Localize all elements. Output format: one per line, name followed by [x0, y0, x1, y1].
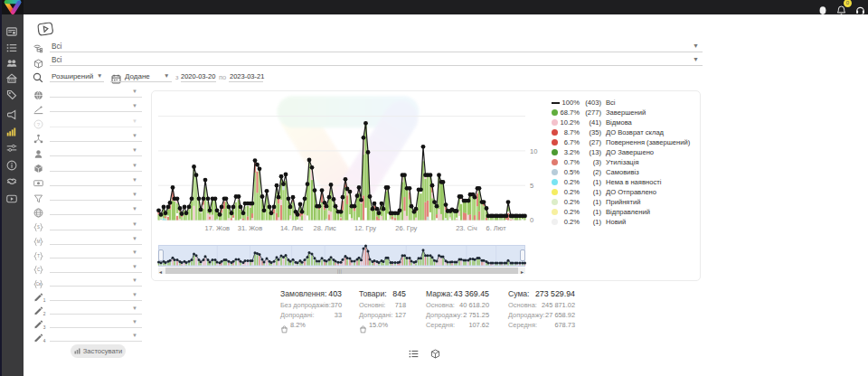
svg-text:10: 10 [530, 147, 537, 155]
svg-text:C: C [37, 268, 41, 272]
svg-text:1: 1 [43, 298, 46, 303]
svg-text:3: 3 [43, 325, 46, 330]
svg-text:28. Лис: 28. Лис [314, 224, 337, 232]
svg-text:?: ? [37, 121, 41, 127]
svg-text:S: S [37, 226, 40, 230]
svg-text:12. Гру: 12. Гру [354, 224, 376, 232]
svg-text:M: M [37, 240, 41, 244]
svg-text:23. Січ: 23. Січ [456, 224, 477, 232]
svg-text:17. Жов: 17. Жов [205, 224, 231, 232]
svg-text:14. Лис: 14. Лис [280, 224, 304, 232]
svg-text:5: 5 [530, 182, 533, 190]
svg-text:6. Лют: 6. Лют [486, 224, 507, 232]
svg-text:Св: Св [36, 282, 42, 287]
svg-text:31. Жов: 31. Жов [238, 224, 263, 232]
svg-text:T: T [37, 254, 40, 258]
svg-text:2: 2 [43, 312, 46, 316]
svg-text:26. Гру: 26. Гру [395, 224, 417, 232]
svg-text:4: 4 [43, 339, 46, 343]
svg-text:0: 0 [530, 216, 533, 224]
